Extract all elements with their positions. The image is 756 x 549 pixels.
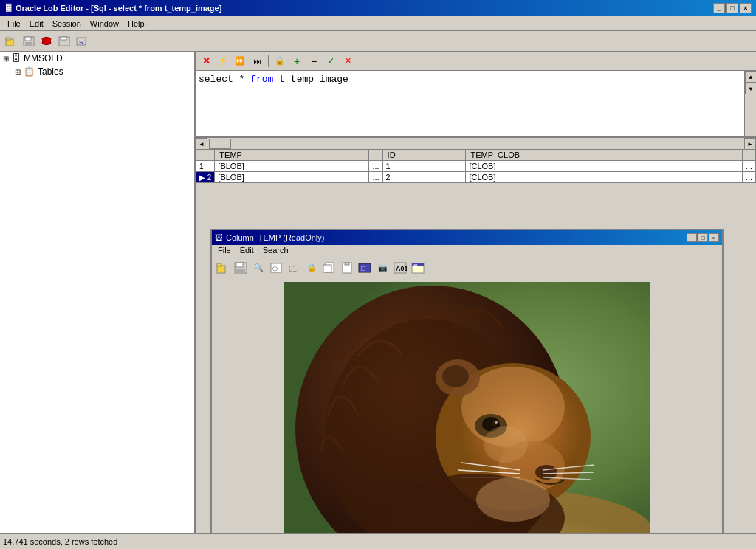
data-table: TEMP ID TEMP_CLOB 1 [BLOB] ... 1 [CLOB] [196, 149, 756, 183]
lob-menu-edit[interactable]: Edit [236, 245, 258, 258]
col-id-header: ID [382, 150, 466, 161]
row1-indicator: 1 [196, 161, 215, 172]
run-button[interactable]: ⚡ [216, 54, 230, 69]
row1-clob-detail[interactable]: ... [742, 161, 755, 172]
svg-point-52 [484, 426, 528, 463]
svg-rect-16 [236, 269, 245, 272]
main-toolbar: S [0, 31, 756, 52]
check-button[interactable]: ✓ [323, 54, 338, 69]
menu-window[interactable]: Window [86, 18, 123, 30]
expand-icon[interactable]: ⊞ [3, 55, 12, 63]
menu-session[interactable]: Session [48, 18, 86, 30]
title-bar-left: 🗄 Oracle Lob Editor - [Sql - select * fr… [4, 4, 221, 13]
cancel-button[interactable]: ✕ [340, 54, 355, 69]
svg-rect-21 [323, 265, 331, 272]
app-icon: 🗄 [4, 4, 13, 13]
lob-lock-button[interactable]: 🔒 [303, 260, 320, 275]
status-text: 14.741 seconds, 2 rows fetched [3, 537, 117, 546]
lob-calendar-button[interactable]: ▦ [410, 260, 426, 275]
lob-icon: 🖼 [215, 233, 223, 242]
restore-button[interactable]: □ [726, 3, 738, 13]
open-button[interactable] [3, 33, 19, 49]
sql-from-keyword: from [250, 74, 273, 85]
tree-tables[interactable]: ⊞ 📋 Tables [0, 65, 194, 78]
sql-separator-1 [268, 55, 269, 67]
col-temp-detail-header [369, 150, 382, 161]
lob-convert-button[interactable]: 01 [286, 260, 302, 275]
svg-text:⬡: ⬡ [272, 266, 278, 272]
delete-row-button[interactable]: ✕ [199, 54, 213, 69]
table-row[interactable]: ▶ 2 [BLOB] ... 2 [CLOB] ... [196, 172, 756, 183]
save-button[interactable] [21, 33, 37, 49]
svg-rect-13 [217, 263, 221, 266]
results-grid: TEMP ID TEMP_CLOB 1 [BLOB] ... 1 [CLOB] [196, 149, 756, 183]
row2-temp: [BLOB] [215, 172, 369, 183]
lob-menu-search[interactable]: Search [258, 245, 293, 258]
svg-rect-15 [236, 263, 243, 267]
tables-icon: 📋 [24, 66, 35, 77]
lob-title-bar: 🖼 Column: TEMP (ReadOnly) − □ × [212, 230, 722, 245]
lob-close-button[interactable]: × [709, 233, 719, 242]
svg-text:□: □ [361, 265, 365, 272]
menu-help[interactable]: Help [123, 18, 149, 30]
lob-export-button[interactable]: ⬡ [268, 260, 284, 275]
lock-button[interactable]: 🔒 [272, 54, 287, 69]
lob-minimize-button[interactable]: − [687, 233, 697, 242]
sql-editor[interactable]: select * from t_temp_image ▲ ▼ [196, 71, 756, 137]
close-button[interactable]: × [740, 3, 752, 13]
status-bar: 14.741 seconds, 2 rows fetched [0, 533, 756, 549]
title-bar-controls: _ □ × [713, 3, 752, 13]
lob-magnify-button[interactable]: 🔍 [250, 260, 267, 275]
add-row-button[interactable]: + [289, 54, 304, 69]
row2-temp-detail[interactable]: ... [369, 172, 382, 183]
col-indicator [196, 150, 215, 161]
lob-toolbar: 🔍 ⬡ 01 🔒 [212, 258, 722, 277]
minimize-button[interactable]: _ [713, 3, 725, 13]
window-title: Oracle Lob Editor - [Sql - select * from… [16, 4, 221, 13]
main-container: ⊞ 🗄 MMSOLD ⊞ 📋 Tables ✕ ⚡ ⏩ ⏭ 🔒 + − ✓ ✕ … [0, 52, 756, 549]
svg-point-50 [442, 365, 469, 387]
menu-edit[interactable]: Edit [25, 18, 48, 30]
svg-text:01: 01 [289, 265, 298, 273]
lob-restore-button[interactable]: □ [698, 233, 708, 242]
db-save-button[interactable] [56, 33, 72, 49]
db-connect-button[interactable] [38, 33, 55, 49]
svg-point-40 [495, 421, 498, 424]
minus-button[interactable]: − [306, 54, 321, 69]
lob-viewer: 🖼 Column: TEMP (ReadOnly) − □ × File Edi… [210, 229, 724, 549]
svg-text:▦: ▦ [413, 263, 418, 268]
sql-table: t_temp_image [273, 74, 348, 85]
lob-title-left: 🖼 Column: TEMP (ReadOnly) [215, 233, 324, 242]
lob-title: Column: TEMP (ReadOnly) [226, 233, 324, 242]
row1-clob: [CLOB] [466, 161, 742, 172]
row1-temp-detail[interactable]: ... [369, 161, 382, 172]
lob-save-button[interactable] [233, 260, 249, 275]
menu-file[interactable]: File [3, 18, 25, 30]
lob-menu-file[interactable]: File [213, 245, 236, 258]
sql-hscroll[interactable]: ◄ ► [196, 137, 756, 149]
svg-rect-1 [6, 38, 10, 40]
row2-clob-detail[interactable]: ... [742, 172, 755, 183]
lob-copy-button[interactable] [321, 260, 337, 275]
svg-rect-23 [345, 263, 349, 265]
skip-forward-button[interactable]: ⏩ [233, 54, 247, 69]
lob-paste-button[interactable] [339, 260, 355, 275]
skip-end-button[interactable]: ⏭ [250, 54, 264, 69]
lob-view-button[interactable]: □ [357, 260, 373, 275]
expand-tables-icon[interactable]: ⊞ [15, 68, 24, 76]
col-temp-header: TEMP [215, 150, 369, 161]
sql-vscroll[interactable]: ▲ ▼ [744, 71, 756, 136]
row1-temp: [BLOB] [215, 161, 369, 172]
table-row[interactable]: 1 [BLOB] ... 1 [CLOB] ... [196, 161, 756, 172]
col-tempclob-header: TEMP_CLOB [466, 150, 742, 161]
svg-point-7 [42, 41, 51, 44]
db-icon: 🗄 [12, 53, 21, 63]
lob-camera-button[interactable]: 📷 [374, 260, 391, 275]
lob-text-button[interactable]: A01 [392, 260, 408, 275]
tree-root[interactable]: ⊞ 🗄 MMSOLD [0, 52, 194, 65]
svg-rect-3 [25, 37, 31, 41]
lob-open-button[interactable] [215, 260, 231, 275]
title-bar: 🗄 Oracle Lob Editor - [Sql - select * fr… [0, 0, 756, 16]
db-save2-button[interactable]: S [74, 33, 90, 49]
row1-id: 1 [382, 161, 466, 172]
